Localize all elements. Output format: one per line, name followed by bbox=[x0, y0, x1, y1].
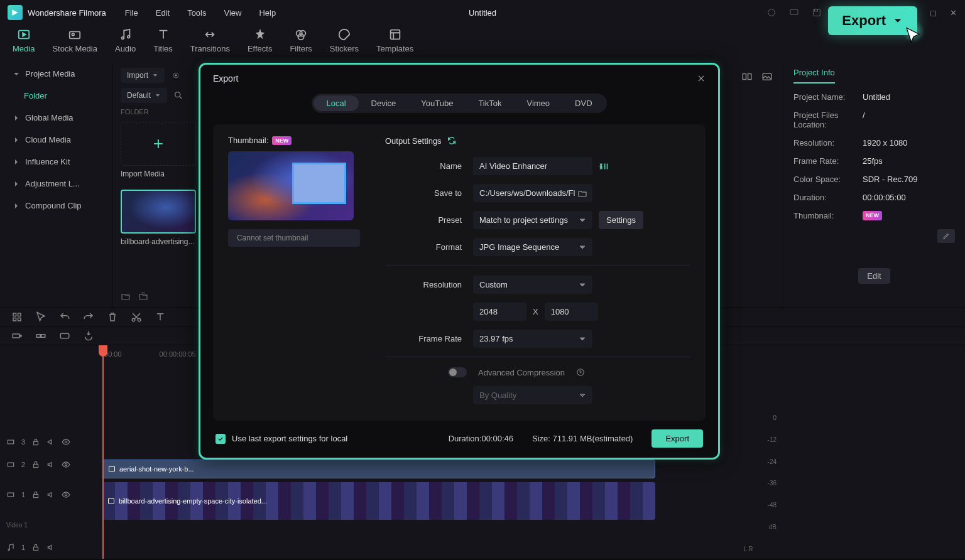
svg-point-19 bbox=[175, 92, 180, 97]
new-badge: NEW bbox=[863, 211, 882, 220]
sidebar-folder[interactable]: Folder bbox=[0, 85, 112, 107]
track-1[interactable]: 1 bbox=[0, 476, 97, 514]
cannot-set-thumbnail: Cannot set thumbnail bbox=[228, 229, 360, 247]
sidebar-compound-clip[interactable]: Compound Clip bbox=[0, 195, 112, 217]
mute-icon[interactable] bbox=[46, 438, 55, 446]
name-input[interactable] bbox=[473, 157, 592, 175]
lock-icon[interactable] bbox=[31, 490, 40, 499]
project-info-tab[interactable]: Project Info bbox=[793, 68, 835, 83]
thumbnail-label: Thumbnail: bbox=[228, 136, 268, 145]
format-select[interactable]: JPG Image Sequence bbox=[473, 238, 592, 256]
sidebar-project-media[interactable]: Project Media bbox=[0, 63, 112, 85]
width-input[interactable] bbox=[473, 303, 526, 321]
preset-select[interactable]: Match to project settings bbox=[473, 211, 592, 229]
eye-icon[interactable] bbox=[62, 438, 70, 446]
thumbnail-preview[interactable] bbox=[228, 151, 354, 220]
tab-device[interactable]: Device bbox=[359, 95, 409, 111]
tab-local[interactable]: Local bbox=[313, 95, 358, 111]
maximize-icon[interactable]: ◻ bbox=[929, 8, 937, 17]
sidebar-adjustment-layer[interactable]: Adjustment L... bbox=[0, 173, 112, 195]
tl-group-icon[interactable] bbox=[59, 330, 70, 342]
eye-icon[interactable] bbox=[62, 490, 70, 499]
tl-text-icon[interactable] bbox=[155, 311, 166, 323]
use-last-settings-checkbox[interactable] bbox=[215, 434, 226, 444]
new-folder-icon[interactable] bbox=[121, 291, 131, 301]
sidebar-global-media[interactable]: Global Media bbox=[0, 107, 112, 129]
save-icon[interactable] bbox=[812, 8, 822, 18]
tab-audio[interactable]: Audio bbox=[115, 28, 136, 63]
tl-cut-icon[interactable] bbox=[131, 311, 142, 323]
import-media-tile[interactable]: + bbox=[121, 122, 196, 166]
menu-tools[interactable]: Tools bbox=[187, 8, 206, 18]
record-btn-icon[interactable] bbox=[171, 70, 181, 80]
tl-marker-icon[interactable] bbox=[83, 330, 94, 342]
pi-files-k: Project Files Location: bbox=[793, 110, 863, 129]
mute-icon[interactable] bbox=[46, 543, 55, 552]
import-dropdown[interactable]: Import bbox=[121, 68, 165, 83]
tab-stickers[interactable]: Stickers bbox=[330, 28, 359, 63]
close-icon[interactable] bbox=[697, 74, 706, 83]
new-bin-icon[interactable] bbox=[138, 291, 148, 301]
tab-dvd[interactable]: DVD bbox=[562, 95, 604, 111]
tab-templates[interactable]: Templates bbox=[376, 28, 413, 63]
tab-stickers-label: Stickers bbox=[330, 44, 359, 53]
export-confirm-button[interactable]: Export bbox=[652, 429, 703, 448]
pi-dur-k: Duration: bbox=[793, 193, 863, 202]
help-icon[interactable] bbox=[576, 368, 585, 377]
saveto-input[interactable] bbox=[473, 184, 592, 202]
menu-file[interactable]: File bbox=[125, 8, 138, 18]
media-thumbnail[interactable] bbox=[121, 190, 196, 234]
advanced-compression-toggle[interactable] bbox=[448, 367, 467, 377]
playhead[interactable] bbox=[102, 345, 104, 559]
ai-icon[interactable] bbox=[599, 162, 610, 171]
tab-youtube[interactable]: YouTube bbox=[408, 95, 466, 111]
tab-filters[interactable]: Filters bbox=[290, 28, 312, 63]
tab-media[interactable]: Media bbox=[13, 28, 35, 63]
refresh-icon[interactable] bbox=[447, 136, 457, 146]
settings-button[interactable]: Settings bbox=[599, 211, 643, 229]
snapshot-icon[interactable] bbox=[761, 71, 773, 82]
folder-icon[interactable] bbox=[577, 188, 587, 198]
sidebar-cloud-media[interactable]: Cloud Media bbox=[0, 129, 112, 151]
sidebar-influence-kit[interactable]: Influence Kit bbox=[0, 151, 112, 173]
search-icon[interactable] bbox=[173, 90, 183, 100]
size-info: Size: 711.91 MB(estimated) bbox=[532, 434, 633, 443]
mute-icon[interactable] bbox=[46, 460, 55, 469]
tl-tool-icon[interactable] bbox=[11, 311, 23, 323]
menu-help[interactable]: Help bbox=[259, 8, 276, 18]
track-3[interactable]: 3 bbox=[0, 431, 97, 453]
eye-icon[interactable] bbox=[62, 460, 70, 469]
edit-button[interactable]: Edit bbox=[858, 268, 890, 284]
tab-vimeo[interactable]: Vimeo bbox=[514, 95, 562, 111]
edit-thumb-icon[interactable] bbox=[937, 229, 955, 243]
lock-icon[interactable] bbox=[31, 438, 40, 446]
resolution-select[interactable]: Custom bbox=[473, 276, 592, 294]
clip-aerial[interactable]: aerial-shot-new-york-b... bbox=[102, 460, 655, 478]
monitor-icon[interactable] bbox=[789, 8, 799, 18]
tab-effects[interactable]: Effects bbox=[248, 28, 273, 63]
clip-billboard[interactable]: billboard-advertising-empty-space-city-i… bbox=[102, 482, 655, 520]
menu-edit[interactable]: Edit bbox=[156, 8, 170, 18]
menu-view[interactable]: View bbox=[224, 8, 241, 18]
tl-delete-icon[interactable] bbox=[107, 311, 118, 323]
lock-icon[interactable] bbox=[31, 543, 40, 552]
tl-link-icon[interactable] bbox=[35, 330, 46, 342]
framerate-select[interactable]: 23.97 fps bbox=[473, 330, 592, 348]
mute-icon[interactable] bbox=[46, 490, 55, 499]
tl-add-track-icon[interactable] bbox=[11, 330, 23, 342]
tab-tiktok[interactable]: TikTok bbox=[466, 95, 514, 111]
tab-titles[interactable]: Titles bbox=[153, 28, 173, 63]
record-icon[interactable] bbox=[766, 8, 777, 18]
tab-transitions[interactable]: Transitions bbox=[190, 28, 230, 63]
track-audio[interactable]: 1 bbox=[0, 536, 97, 559]
tl-redo-icon[interactable] bbox=[83, 311, 94, 323]
tl-undo-icon[interactable] bbox=[59, 311, 70, 323]
track-2[interactable]: 2 bbox=[0, 453, 97, 476]
compare-view-icon[interactable] bbox=[741, 71, 753, 82]
sort-dropdown[interactable]: Default bbox=[121, 88, 167, 103]
tab-stock-media[interactable]: Stock Media bbox=[52, 28, 97, 63]
lock-icon[interactable] bbox=[31, 460, 40, 469]
height-input[interactable] bbox=[545, 303, 598, 321]
tl-cursor-icon[interactable] bbox=[35, 311, 46, 323]
close-window-icon[interactable]: ✕ bbox=[949, 8, 957, 17]
